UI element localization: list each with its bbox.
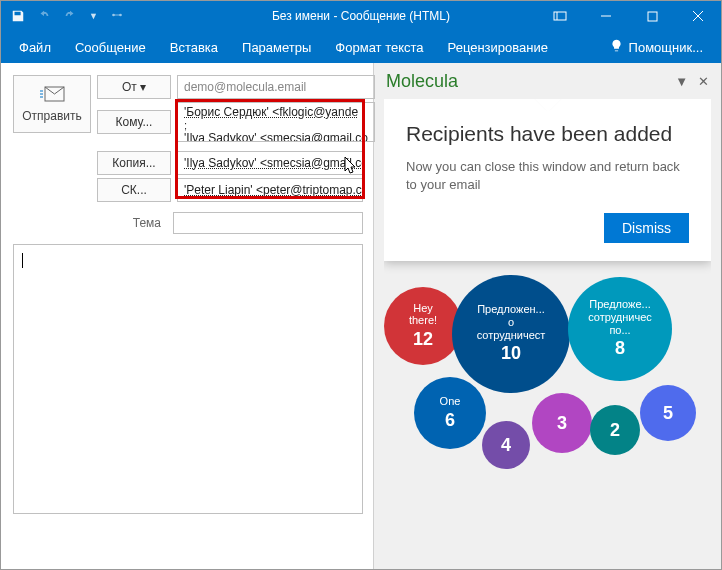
bubble-count: 5 [663,403,673,424]
to-button[interactable]: Кому... [97,110,171,134]
from-button[interactable]: От ▾ [97,75,171,99]
svg-rect-4 [648,12,657,21]
lightbulb-icon [610,39,623,55]
bubble-count: 2 [610,420,620,441]
from-field[interactable]: demo@molecula.email [177,75,375,99]
bubble-label: Предложен... [477,303,545,316]
bubble-item[interactable]: Heythere!12 [384,287,462,365]
bubble-item[interactable]: 5 [640,385,696,441]
pane-title: Molecula [386,71,458,92]
pane-header: Molecula ▼ ✕ [374,63,721,99]
recipient[interactable]: 'Ilya Sadykov' <smecsia@gmail.co [184,156,363,170]
bubble-count: 10 [501,343,521,364]
bubble-label: о [508,316,514,329]
touch-mode-icon[interactable] [110,8,124,25]
tell-me[interactable]: Помощник... [610,39,703,55]
qat-dropdown-icon[interactable]: ▼ [89,11,98,21]
ribbon-options-icon[interactable] [537,2,583,31]
bubble-count: 4 [501,435,511,456]
bubble-count: 3 [557,413,567,434]
bubble-label: сотрудничес [588,311,652,324]
bubble-item[interactable]: 4 [482,421,530,469]
subject-input[interactable] [174,216,362,230]
bubble-label: Hey [413,302,433,315]
bubble-label: there! [409,314,437,327]
send-icon [39,86,65,105]
bubble-chart: Heythere!12Предложен...осотрудничест10Пр… [384,267,711,507]
bubble-count: 12 [413,329,433,350]
svg-rect-2 [554,12,566,20]
cc-field[interactable]: 'Ilya Sadykov' <smecsia@gmail.co [177,151,363,175]
bubble-count: 8 [615,338,625,359]
notification-card: Recipients have been added Now you can c… [384,99,711,261]
bubble-label: One [440,395,461,408]
save-icon[interactable] [11,9,25,23]
undo-icon[interactable] [37,9,51,23]
minimize-button[interactable] [583,2,629,31]
card-heading: Recipients have been added [406,121,689,146]
bubble-label: по... [609,324,630,337]
bubble-item[interactable]: 2 [590,405,640,455]
bubble-label: Предложе... [589,298,651,311]
maximize-button[interactable] [629,2,675,31]
bubble-label: сотрудничест [477,329,546,342]
titlebar: ▼ Без имени - Сообщение (HTML) [1,1,721,31]
recipient[interactable]: 'Peter Liapin' <peter@triptomap.c [184,183,362,197]
window-controls [537,2,721,31]
send-button[interactable]: Отправить [13,75,91,133]
pane-close-icon[interactable]: ✕ [698,74,709,89]
tab-format[interactable]: Формат текста [335,40,423,55]
from-value: demo@molecula.email [184,80,306,94]
bcc-button[interactable]: СК... [97,178,171,202]
bubble-item[interactable]: 3 [532,393,592,453]
dismiss-button[interactable]: Dismiss [604,213,689,243]
close-button[interactable] [675,2,721,31]
recipient[interactable]: 'Ilya Sadykov' <smecsia@gmail.co [184,131,368,142]
card-body: Now you can close this window and return… [406,158,689,194]
bcc-field[interactable]: 'Peter Liapin' <peter@triptomap.c [177,178,363,202]
send-label: Отправить [22,109,82,123]
bubble-count: 6 [445,410,455,431]
subject-label: Тема [13,216,173,230]
recipient[interactable]: 'Борис Сердюк' <fklogic@yande [184,105,368,119]
tab-options[interactable]: Параметры [242,40,311,55]
tab-message[interactable]: Сообщение [75,40,146,55]
tab-insert[interactable]: Вставка [170,40,218,55]
subject-field[interactable] [173,212,363,234]
to-field[interactable]: 'Борис Сердюк' <fklogic@yande ; 'Ilya Sa… [177,102,375,142]
cc-button[interactable]: Копия... [97,151,171,175]
message-body[interactable] [13,244,363,514]
bubble-item[interactable]: Предложе...сотрудничеспо...8 [568,277,672,381]
bubble-item[interactable]: One6 [414,377,486,449]
redo-icon[interactable] [63,9,77,23]
tell-me-label: Помощник... [629,40,703,55]
quick-access-toolbar: ▼ [1,8,124,25]
bubble-item[interactable]: Предложен...осотрудничест10 [452,275,570,393]
ribbon: Файл Сообщение Вставка Параметры Формат … [1,31,721,63]
tab-file[interactable]: Файл [19,40,51,55]
compose-area: Отправить От ▾ demo@molecula.email Кому.… [1,63,373,569]
tab-review[interactable]: Рецензирование [448,40,548,55]
pane-menu-icon[interactable]: ▼ [675,74,688,89]
task-pane: Molecula ▼ ✕ Recipients have been added … [374,63,721,569]
